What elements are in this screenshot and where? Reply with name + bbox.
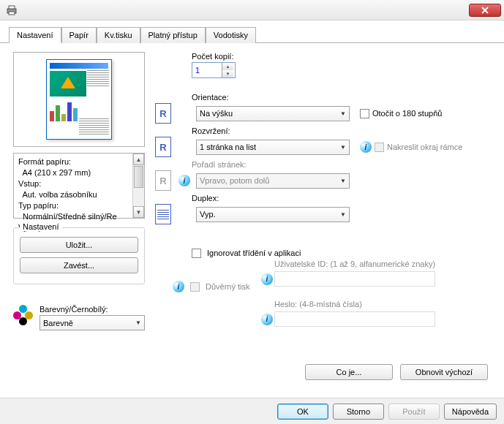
border-checkbox: [375, 143, 384, 152]
copies-label: Počet kopií:: [192, 52, 491, 61]
info-icon[interactable]: i: [261, 273, 273, 285]
color-value: Barevně: [43, 319, 73, 328]
rotate-label: Otočit o 180 stupňů: [372, 109, 442, 118]
whatis-button[interactable]: Co je...: [305, 364, 393, 380]
layout-label: Rozvržení:: [192, 126, 491, 135]
tab-vodotisky[interactable]: Vodotisky: [206, 27, 256, 43]
settings-group-title: Nastavení: [20, 222, 62, 231]
chevron-down-icon: ▼: [135, 319, 141, 326]
chevron-down-icon: ▼: [340, 178, 346, 184]
ignore-sort-label: Ignorovat třídění v aplikaci: [207, 249, 301, 257]
settings-group: Nastavení Uložit... Zavést...: [13, 227, 145, 284]
layout-select[interactable]: 1 stránka na list ▼: [196, 140, 350, 155]
copies-spinner[interactable]: ▲ ▼: [192, 62, 236, 78]
layout-icon: R: [155, 137, 171, 157]
confidential-label: Důvěrný tisk: [206, 282, 250, 291]
rotate-checkbox[interactable]: [360, 109, 369, 118]
orientation-icon: R: [155, 103, 171, 124]
color-label: Barevný/Černobílý:: [40, 305, 145, 314]
spinner-up[interactable]: ▲: [222, 63, 233, 70]
spinner-down[interactable]: ▼: [222, 70, 233, 77]
password-input: [274, 311, 435, 327]
apply-button: Použít: [388, 404, 440, 420]
orientation-value: Na výšku: [200, 109, 233, 118]
printer-icon: [6, 4, 18, 16]
scroll-up-button[interactable]: ▲: [133, 154, 144, 165]
help-button[interactable]: Nápověda: [444, 404, 497, 420]
info-icon[interactable]: i: [178, 175, 190, 186]
tab-nastaveni[interactable]: Nastavení: [9, 27, 61, 43]
save-button[interactable]: Uložit...: [20, 237, 138, 253]
duplex-icon: [155, 204, 171, 224]
confidential-checkbox: [190, 282, 200, 292]
info-line: Aut. volba zásobníku: [18, 189, 140, 200]
info-line: Formát papíru:: [18, 156, 140, 167]
userid-label: Uživatelské ID: (1 až 9, alfanumerické z…: [274, 260, 486, 268]
color-select[interactable]: Barevně ▼: [40, 315, 145, 330]
tab-strip: Nastavení Papír Kv.tisku Platný přístup …: [0, 20, 504, 43]
color-mode-icon: [13, 305, 34, 325]
duplex-label: Duplex:: [192, 194, 491, 202]
info-line: Vstup:: [18, 178, 140, 189]
orientation-label: Orientace:: [192, 93, 491, 102]
ignore-sort-checkbox[interactable]: [192, 249, 201, 258]
svg-rect-1: [9, 6, 15, 9]
password-label: Heslo: (4-8-místná čísla): [274, 300, 486, 308]
dialog-button-bar: OK Storno Použít Nápověda: [0, 398, 504, 424]
orientation-select[interactable]: Na výšku ▼: [196, 106, 350, 121]
scroll-thumb[interactable]: [134, 166, 143, 188]
info-line: A4 (210 x 297 mm): [18, 167, 140, 178]
close-icon: [481, 7, 489, 14]
border-label: Nakreslit okraj rámce: [387, 143, 462, 151]
order-value: Vpravo, potom dolů: [200, 176, 269, 185]
load-button[interactable]: Zavést...: [20, 257, 138, 273]
print-preview: [13, 52, 145, 147]
duplex-value: Vyp.: [200, 210, 216, 219]
titlebar: [0, 0, 504, 20]
info-icon[interactable]: i: [360, 141, 372, 153]
tab-papir[interactable]: Papír: [61, 27, 97, 43]
info-line: Normální/Středně silný/Re: [18, 211, 140, 222]
userid-input: [274, 271, 435, 287]
info-icon[interactable]: i: [261, 314, 273, 325]
cancel-button[interactable]: Storno: [333, 404, 384, 420]
svg-rect-2: [9, 12, 15, 15]
chevron-down-icon: ▼: [340, 110, 346, 117]
tab-kvtisku[interactable]: Kv.tisku: [97, 27, 140, 43]
close-button[interactable]: [469, 4, 501, 17]
layout-value: 1 stránka na list: [200, 143, 256, 151]
ok-button[interactable]: OK: [277, 404, 328, 420]
scroll-down-button[interactable]: ▼: [133, 206, 144, 218]
info-line: Typ papíru:: [18, 200, 140, 211]
copies-input[interactable]: [192, 63, 222, 77]
order-select: Vpravo, potom dolů ▼: [196, 173, 350, 189]
tab-pristup[interactable]: Platný přístup: [140, 27, 206, 43]
chevron-down-icon: ▼: [340, 144, 346, 151]
duplex-select[interactable]: Vyp. ▼: [196, 207, 350, 222]
info-scrollbar[interactable]: ▲ ▼: [132, 154, 144, 218]
order-icon: R: [155, 170, 171, 191]
paper-info-box: Formát papíru: A4 (210 x 297 mm) Vstup: …: [13, 153, 145, 219]
order-label: Pořadí stránek:: [192, 160, 491, 169]
info-icon[interactable]: i: [173, 281, 184, 292]
chevron-down-icon: ▼: [340, 211, 346, 218]
restore-defaults-button[interactable]: Obnovit výchozí: [400, 364, 488, 380]
